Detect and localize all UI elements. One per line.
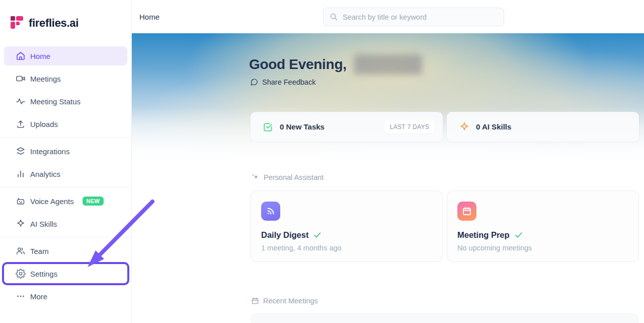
ai-skills-label: 0 AI Skills [476,122,511,131]
sidebar-nav: Home Meetings Meeting Status Uploads [0,46,131,306]
bar-chart-icon [15,169,26,179]
content-area: Personal Assistant Daily Digest 1 meetin… [132,167,644,323]
hero-banner: Good Evening, Share Feedback 0 New Tasks [132,33,644,167]
personal-assistant-header: Personal Assistant [251,173,639,181]
upload-icon [15,119,26,130]
sidebar-item-label: Settings [30,270,57,278]
ellipsis-icon [15,291,26,302]
task-check-icon [263,121,274,133]
sidebar-item-label: Team [30,247,49,255]
blurred-user-name [354,54,422,75]
gear-icon [15,269,26,279]
recent-meetings-header: Recent Meetings [251,297,639,305]
sidebar-item-label: Voice Agents [30,197,74,206]
stats-row: 0 New Tasks LAST 7 DAYS 0 AI Skills [251,112,639,142]
fireflies-logo-icon [10,16,24,31]
sidebar-item-label: Analytics [30,170,60,178]
pulse-icon [15,96,26,107]
daily-digest-title: Daily Digest [261,230,308,240]
layers-icon [15,146,26,157]
sparkle-icon [459,121,470,133]
sidebar-item-label: More [30,292,47,301]
calendar-icon [457,202,476,221]
video-camera-icon [15,74,26,84]
search-icon [330,13,338,21]
search-input[interactable] [343,13,498,21]
check-icon [514,231,523,239]
sidebar-item-label: Home [30,52,50,60]
meeting-prep-card[interactable]: Meeting Prep No upcoming meetings [447,190,639,262]
meeting-prep-subtitle: No upcoming meetings [457,244,628,252]
team-icon [15,246,26,256]
robot-icon [15,196,26,207]
personal-assistant-title: Personal Assistant [264,173,324,181]
sidebar: fireflies.ai Home Meetings Meeting Statu… [0,0,132,323]
sidebar-item-voice-agents[interactable]: Voice Agents NEW [4,191,127,211]
share-feedback-link[interactable]: Share Feedback [250,78,315,86]
search-box[interactable] [323,8,504,26]
recent-meetings-title: Recent Meetings [263,297,318,305]
rss-icon [261,202,280,221]
app-window: fireflies.ai Home Meetings Meeting Statu… [0,0,644,323]
sidebar-item-integrations[interactable]: Integrations [4,142,127,161]
sidebar-item-settings[interactable]: Settings [4,264,127,283]
sparkle-icon [15,219,26,229]
greeting-title: Good Evening, [249,56,347,73]
sidebar-item-label: Meeting Status [30,97,80,106]
sparkles-icon [251,173,260,181]
daily-digest-subtitle: 1 meeting, 4 months ago [261,244,432,252]
meeting-prep-title: Meeting Prep [457,230,510,240]
logo[interactable]: fireflies.ai [0,0,131,33]
recent-meetings-list-card [251,313,639,323]
sidebar-item-label: Uploads [30,120,58,128]
sidebar-divider [0,187,131,187]
sidebar-divider [0,137,131,138]
top-bar: Home [132,0,644,33]
sidebar-item-analytics[interactable]: Analytics [4,164,127,183]
sidebar-divider [0,237,131,237]
daily-digest-card[interactable]: Daily Digest 1 meeting, 4 months ago [251,190,443,262]
main-area: Home Good Evening, Share Feedback [132,0,644,323]
last-7-days-badge: LAST 7 DAYS [384,120,435,134]
sidebar-item-home[interactable]: Home [4,46,127,66]
share-feedback-label: Share Feedback [262,78,315,86]
sidebar-item-team[interactable]: Team [4,241,127,261]
chat-bubble-icon [250,78,258,86]
new-badge: NEW [83,197,104,206]
calendar-icon [251,297,259,305]
sidebar-item-more[interactable]: More [4,287,127,306]
check-icon [313,231,321,239]
personal-assistant-cards: Daily Digest 1 meeting, 4 months ago Mee… [251,190,639,262]
sidebar-item-meetings[interactable]: Meetings [4,69,127,88]
home-icon [15,51,26,61]
sidebar-item-ai-skills[interactable]: AI Skills [4,214,127,233]
sidebar-item-uploads[interactable]: Uploads [4,114,127,134]
sidebar-item-meeting-status[interactable]: Meeting Status [4,92,127,111]
new-tasks-card[interactable]: 0 New Tasks LAST 7 DAYS [251,112,443,142]
logo-wordmark: fireflies.ai [29,17,78,30]
sidebar-item-label: Meetings [30,75,61,83]
sidebar-item-label: AI Skills [30,220,57,228]
ai-skills-card[interactable]: 0 AI Skills [447,112,639,142]
sidebar-item-label: Integrations [30,147,69,156]
breadcrumb: Home [139,13,159,21]
new-tasks-label: 0 New Tasks [280,122,325,131]
